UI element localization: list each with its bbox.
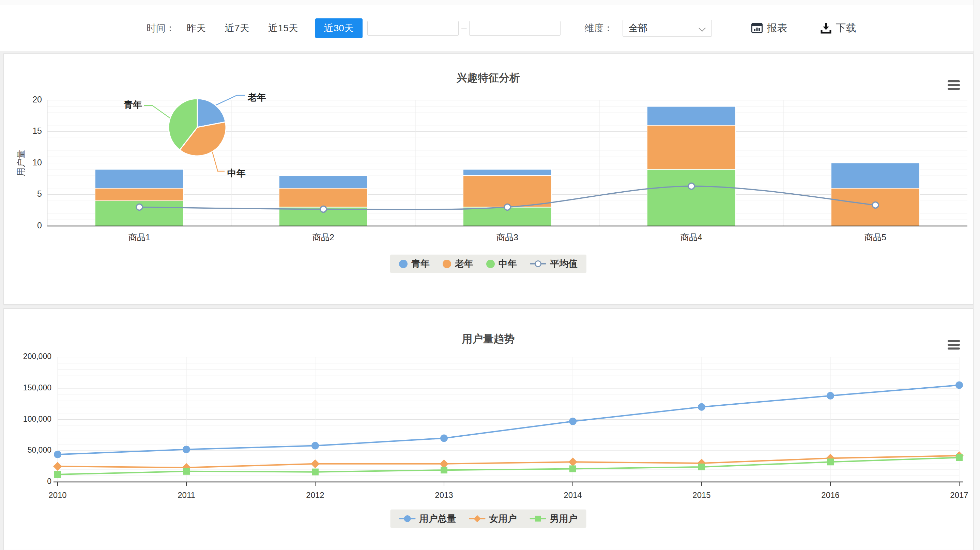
bar-segment-老年[interactable]: [463, 176, 552, 207]
y-tick-label: 0: [47, 477, 51, 486]
dashboard-page: 时间： 昨天近7天近15天近30天 – 维度： 全部: [0, 0, 980, 550]
pie-label-青年: 青年: [124, 100, 142, 110]
data-point-用户总量[interactable]: [827, 392, 834, 399]
legend-marker: [399, 514, 416, 523]
time-option-近7天[interactable]: 近7天: [223, 18, 251, 38]
legend-marker: [530, 259, 546, 268]
data-point-用户总量[interactable]: [569, 418, 577, 425]
y-tick-label: 5: [37, 189, 42, 198]
y-tick-label: 0: [37, 220, 42, 230]
legend-item-中年[interactable]: 中年: [486, 258, 517, 270]
bar-segment-老年[interactable]: [279, 188, 368, 207]
time-filter-label: 时间：: [146, 22, 175, 35]
data-point-男用户[interactable]: [54, 471, 61, 478]
interest-analysis-panel: 兴趣特征分析 05101520用户量商品1商品2商品3商品4商品5老年中年青年 …: [3, 54, 973, 304]
data-point-男用户[interactable]: [570, 465, 576, 472]
data-point-男用户[interactable]: [827, 458, 834, 465]
data-point-男用户[interactable]: [956, 454, 963, 461]
data-point-女用户[interactable]: [311, 460, 320, 468]
average-marker[interactable]: [688, 183, 694, 189]
top-strip: [0, 0, 980, 5]
y-tick-label: 20: [32, 95, 42, 104]
legend-marker: [399, 260, 407, 268]
data-point-用户总量[interactable]: [183, 446, 190, 453]
data-point-男用户[interactable]: [183, 468, 190, 475]
x-tick-label: 商品4: [681, 233, 702, 242]
legend-marker: [530, 514, 546, 523]
legend-item-平均值[interactable]: 平均值: [530, 258, 578, 270]
data-point-男用户[interactable]: [312, 469, 318, 476]
legend-label: 中年: [498, 258, 517, 270]
legend-item-青年[interactable]: 青年: [399, 258, 430, 270]
legend-label: 老年: [455, 258, 473, 270]
data-point-用户总量[interactable]: [440, 434, 448, 442]
page-scrollbar[interactable]: [974, 0, 980, 550]
y-tick-label: 100,000: [23, 415, 51, 423]
bar-segment-中年[interactable]: [647, 170, 736, 226]
legend-item-女用户[interactable]: 女用户: [469, 513, 517, 525]
data-point-用户总量[interactable]: [698, 403, 705, 411]
legend-marker: [442, 260, 451, 268]
legend-item-老年[interactable]: 老年: [442, 258, 473, 270]
legend-item-男用户[interactable]: 男用户: [530, 513, 578, 525]
download-button[interactable]: 下载: [818, 21, 858, 35]
data-point-女用户[interactable]: [568, 457, 577, 466]
x-tick-label: 2016: [821, 490, 839, 499]
data-point-用户总量[interactable]: [956, 382, 963, 389]
y-tick-label: 200,000: [23, 352, 51, 361]
average-marker[interactable]: [872, 202, 878, 208]
bar-segment-青年[interactable]: [647, 106, 736, 125]
dimension-select[interactable]: 全部: [622, 20, 712, 37]
bar-segment-青年[interactable]: [831, 163, 920, 188]
legend-label: 用户总量: [420, 513, 456, 525]
time-option-近15天[interactable]: 近15天: [266, 18, 300, 38]
report-button[interactable]: 报表: [749, 21, 789, 35]
date-to-input[interactable]: [469, 21, 560, 36]
pie-label-line: [144, 106, 170, 118]
filter-toolbar: 时间： 昨天近7天近15天近30天 – 维度： 全部: [0, 5, 980, 51]
time-filter-group: 昨天近7天近15天近30天: [185, 18, 368, 38]
filter-toolbar-row: 时间： 昨天近7天近15天近30天 – 维度： 全部: [146, 5, 858, 51]
data-point-用户总量[interactable]: [54, 451, 61, 458]
average-marker[interactable]: [504, 204, 511, 210]
legend-item-用户总量[interactable]: 用户总量: [399, 513, 456, 525]
bar-segment-老年[interactable]: [95, 188, 184, 201]
data-point-男用户[interactable]: [698, 464, 705, 470]
x-tick-label: 2013: [435, 490, 453, 499]
chevron-down-icon: [698, 24, 706, 31]
y-axis-name: 用户量: [16, 150, 26, 176]
y-tick-label: 50,000: [28, 445, 51, 454]
data-point-男用户[interactable]: [441, 467, 447, 474]
x-tick-label: 商品2: [312, 233, 334, 242]
pie-label-老年: 老年: [247, 92, 266, 103]
legend-marker: [469, 514, 485, 523]
average-marker[interactable]: [136, 204, 142, 210]
x-tick-label: 商品3: [496, 233, 518, 242]
average-marker[interactable]: [320, 206, 326, 212]
date-range-separator: –: [461, 23, 467, 34]
x-tick-label: 2015: [692, 490, 711, 499]
x-tick-label: 2014: [563, 490, 582, 499]
time-option-近30天[interactable]: 近30天: [315, 18, 363, 38]
x-tick-label: 商品5: [864, 233, 886, 242]
legend-marker: [486, 260, 495, 268]
data-point-用户总量[interactable]: [312, 442, 319, 450]
x-tick-label: 2017: [950, 490, 968, 499]
pie-label-line: [212, 152, 224, 171]
trend-chart-legend: 用户总量女用户男用户: [390, 509, 586, 528]
legend-label: 女用户: [489, 513, 517, 525]
time-option-昨天[interactable]: 昨天: [185, 18, 208, 38]
user-trend-panel: 用户量趋势 050,000100,000150,000200,000201020…: [3, 308, 973, 550]
y-tick-label: 10: [32, 158, 42, 167]
x-tick-label: 2012: [306, 490, 324, 499]
x-tick-label: 商品1: [129, 233, 150, 242]
bar-segment-青年[interactable]: [279, 176, 368, 188]
report-button-label: 报表: [767, 21, 787, 35]
report-icon: [751, 22, 763, 34]
bar-segment-老年[interactable]: [647, 125, 736, 170]
date-from-input[interactable]: [368, 21, 459, 36]
legend-label: 平均值: [550, 258, 578, 270]
bar-segment-青年[interactable]: [463, 170, 552, 176]
bar-segment-青年[interactable]: [95, 170, 184, 189]
y-tick-label: 15: [32, 126, 42, 135]
